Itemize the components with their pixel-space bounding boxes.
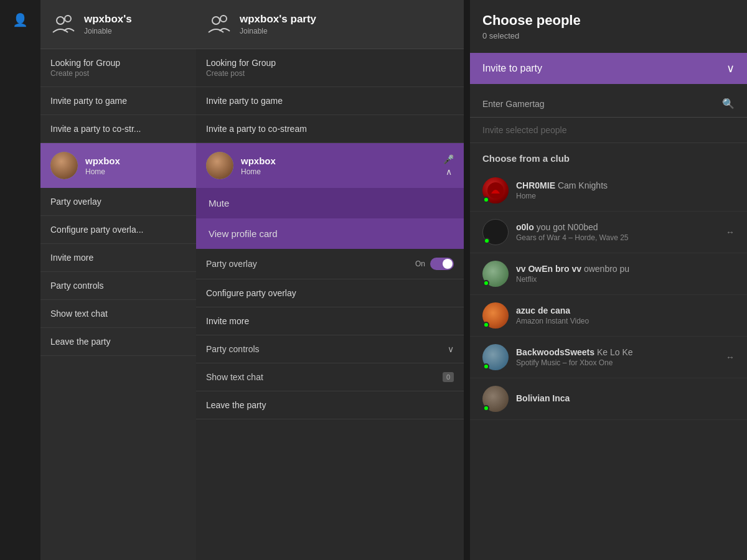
invite-party-game[interactable]: Invite party to game	[40, 87, 196, 115]
user-card-status-middle: Home	[241, 167, 276, 176]
leave-party-left[interactable]: Leave the party	[40, 328, 196, 356]
gamertag-search-row[interactable]: Enter Gamertag 🔍	[470, 90, 747, 118]
invite-selected-button[interactable]: Invite selected people	[470, 118, 747, 143]
toggle-on-label: On	[415, 259, 425, 268]
mute-item[interactable]: Mute	[196, 188, 464, 218]
panel-middle-title: wpxbox's party	[240, 13, 316, 26]
user-avatar-img-left	[50, 152, 78, 179]
status-dot-bolivian	[483, 405, 489, 411]
gamertag-placeholder: Enter Gamertag	[482, 99, 545, 109]
friend-actions-o0lo: ↔	[726, 227, 735, 237]
lfg-create-post-mid[interactable]: Looking for Group Create post	[196, 49, 464, 87]
invite-party-game-label-mid: Invite party to game	[206, 96, 454, 106]
friend-info-chr0mie: CHR0MIE Cam Knights Home	[516, 180, 608, 200]
panel-middle: wpxbox's party Joinable Looking for Grou…	[196, 0, 464, 560]
text-chat-label-mid: Show text chat	[206, 372, 263, 382]
friend-info-o0lo: o0lo you got N00bed Gears of War 4 – Hor…	[516, 222, 629, 242]
friend-name-o0lo: o0lo you got N00bed	[516, 222, 629, 232]
user-avatar-left	[50, 152, 78, 179]
invite-more-left[interactable]: Invite more	[40, 244, 196, 272]
configure-party-overlay-left[interactable]: Configure party overla...	[40, 216, 196, 244]
svg-point-0	[57, 17, 64, 24]
panel-middle-header: wpxbox's party Joinable	[196, 0, 464, 49]
mic-icon: 🎤	[443, 154, 454, 164]
invite-party-game-label: Invite party to game	[50, 96, 186, 106]
panel-middle-party-icon	[206, 11, 232, 37]
leave-party-mid[interactable]: Leave the party	[196, 391, 464, 419]
svg-point-2	[212, 17, 220, 24]
avatar-backwoods	[482, 344, 509, 370]
friend-info-azuc: azuc de cana Amazon Instant Video	[516, 306, 589, 325]
friend-item-chr0mie[interactable]: CHR0MIE Cam Knights Home	[470, 170, 747, 212]
invite-party-costream[interactable]: Invite a party to co-str...	[40, 115, 196, 143]
search-icon[interactable]: 🔍	[722, 98, 735, 110]
party-overlay-mid[interactable]: Party overlay On	[196, 249, 464, 279]
friend-detail-backwoods: Spotify Music – for Xbox One	[516, 358, 633, 367]
panel-left: wpxbox's Joinable Looking for Group Crea…	[40, 0, 196, 560]
panel-left-subtitle: Joinable	[84, 27, 132, 35]
avatar-azuc	[482, 302, 509, 329]
friend-item-backwoods[interactable]: BackwoodsSweets Ke Lo Ke Spotify Music –…	[470, 337, 747, 378]
avatar-vv	[482, 261, 509, 287]
user-card-left[interactable]: wpxbox Home	[40, 143, 196, 188]
invite-more-mid[interactable]: Invite more	[196, 307, 464, 335]
invite-dropdown[interactable]: Invite to party ∨	[470, 53, 747, 84]
leave-party-label-left: Leave the party	[50, 337, 186, 347]
text-chat-badge: 0	[443, 372, 454, 382]
user-avatar-middle	[206, 152, 233, 179]
invite-selected-label: Invite selected people	[482, 125, 566, 135]
friend-name-chr0mie: CHR0MIE Cam Knights	[516, 180, 608, 190]
svg-point-3	[220, 16, 227, 22]
invite-dropdown-label: Invite to party	[482, 63, 542, 74]
party-overlay-toggle[interactable]	[430, 258, 454, 270]
configure-overlay-mid[interactable]: Configure party overlay	[196, 279, 464, 307]
view-profile-item[interactable]: View profile card	[196, 218, 464, 249]
panel-left-header: wpxbox's Joinable	[40, 0, 196, 49]
friend-item-vv[interactable]: vv OwEn bro vv owenbro pu Netflix	[470, 253, 747, 295]
panel-left-title: wpxbox's	[84, 13, 132, 26]
show-text-chat-left[interactable]: Show text chat	[40, 300, 196, 328]
friend-item-azuc[interactable]: azuc de cana Amazon Instant Video	[470, 295, 747, 337]
configure-overlay-label-left: Configure party overla...	[50, 225, 186, 235]
friend-info-backwoods: BackwoodsSweets Ke Lo Ke Spotify Music –…	[516, 347, 633, 367]
friend-actions-backwoods: ↔	[726, 352, 735, 362]
status-dot-chr0mie	[483, 197, 489, 203]
avatar-chr0mie	[482, 177, 509, 203]
choose-people-title: Choose people	[482, 12, 735, 29]
user-card-info-middle: wpxbox Home	[241, 156, 276, 176]
lfg-label-mid: Looking for Group	[206, 58, 454, 68]
party-overlay-label-mid: Party overlay	[206, 259, 257, 269]
user-card-middle[interactable]: wpxbox Home 🎤 ∧	[196, 143, 464, 188]
lfg-create-post[interactable]: Looking for Group Create post	[40, 49, 196, 87]
friend-name-bolivian: Bolivian Inca	[516, 393, 570, 403]
friend-item-o0lo[interactable]: o0lo you got N00bed Gears of War 4 – Hor…	[470, 212, 747, 253]
configure-overlay-label-mid: Configure party overlay	[206, 288, 454, 298]
panel-middle-header-text: wpxbox's party Joinable	[240, 13, 316, 35]
lfg-label: Looking for Group	[50, 58, 186, 68]
friend-name-vv: vv OwEn bro vv owenbro pu	[516, 264, 629, 274]
status-dot-azuc	[483, 322, 489, 328]
chevron-up-icon[interactable]: ∧	[446, 167, 452, 177]
show-text-chat-mid[interactable]: Show text chat 0	[196, 363, 464, 391]
friend-name-backwoods: BackwoodsSweets Ke Lo Ke	[516, 347, 633, 357]
panel-left-party-icon	[50, 11, 77, 37]
invite-party-game-mid[interactable]: Invite party to game	[196, 87, 464, 115]
party-controls-mid[interactable]: Party controls ∨	[196, 335, 464, 363]
friend-info-bolivian: Bolivian Inca	[516, 393, 570, 404]
panel-middle-subtitle: Joinable	[240, 27, 316, 35]
status-dot-vv	[483, 280, 489, 286]
user-card-actions-middle: 🎤 ∧	[443, 154, 454, 177]
user-card-info-left: wpxbox Home	[85, 156, 120, 176]
invite-party-costream-label: Invite a party to co-str...	[50, 124, 186, 134]
leave-party-label-mid: Leave the party	[206, 400, 454, 410]
selected-count: 0 selected	[482, 31, 735, 40]
invite-party-costream-mid[interactable]: Invite a party to co-stream	[196, 115, 464, 143]
friend-item-bolivian[interactable]: Bolivian Inca	[470, 378, 747, 420]
friend-detail-o0lo: Gears of War 4 – Horde, Wave 25	[516, 233, 629, 242]
party-overlay-left[interactable]: Party overlay	[40, 188, 196, 216]
party-controls-chevron[interactable]: ∨	[448, 344, 454, 354]
player-icon: 👤	[0, 0, 40, 40]
party-overlay-label-left: Party overlay	[50, 197, 186, 207]
party-controls-left[interactable]: Party controls	[40, 272, 196, 300]
friend-detail-chr0mie: Home	[516, 192, 608, 200]
